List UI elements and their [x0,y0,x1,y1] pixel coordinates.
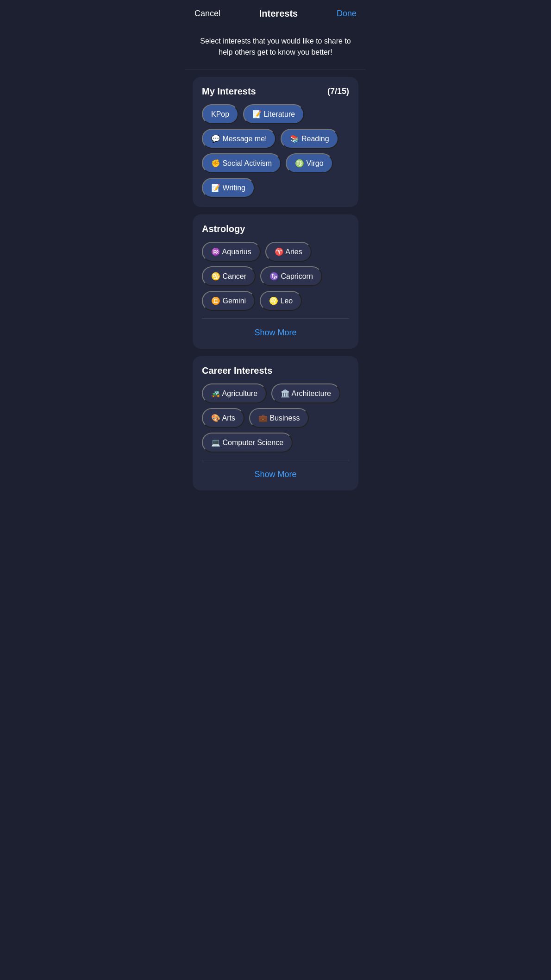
tag-business[interactable]: 💼 Business [249,408,309,428]
tag-reading[interactable]: 📚 Reading [281,129,338,149]
tag-kpop[interactable]: KPop [202,104,238,124]
my-interests-tags: KPop 📝 Literature 💬 Message me! 📚 Readin… [202,104,349,198]
tag-gemini[interactable]: ♊ Gemini [202,291,255,311]
cancel-button[interactable]: Cancel [194,9,220,19]
tag-agriculture[interactable]: 🚜 Agriculture [202,383,267,403]
astrology-show-more-button[interactable]: Show More [202,326,349,339]
tag-capricorn[interactable]: ♑ Capricorn [260,266,322,286]
my-interests-title: My Interests [202,86,256,97]
tag-message-me[interactable]: 💬 Message me! [202,129,276,149]
my-interests-count: (7/15) [327,87,349,96]
subtitle-section: Select interests that you would like to … [185,26,366,69]
sections-container: My Interests (7/15) KPop 📝 Literature 💬 … [185,69,366,498]
tag-social-activism[interactable]: ✊ Social Activism [202,153,281,173]
tag-cancer[interactable]: ♋ Cancer [202,266,256,286]
my-interests-header: My Interests (7/15) [202,86,349,97]
page-title: Interests [259,8,298,19]
tag-computer-science[interactable]: 💻 Computer Science [202,433,293,452]
header: Cancel Interests Done [185,0,366,26]
tag-arts[interactable]: 🎨 Arts [202,408,244,428]
career-interests-show-more-button[interactable]: Show More [202,468,349,481]
career-interests-divider [202,460,349,460]
tag-aquarius[interactable]: ♒ Aquarius [202,242,261,262]
astrology-title: Astrology [202,224,245,234]
subtitle-text: Select interests that you would like to … [199,36,352,58]
tag-architecture[interactable]: 🏛️ Architecture [271,383,340,403]
career-interests-title: Career Interests [202,365,272,376]
tag-virgo[interactable]: ♍ Virgo [286,153,333,173]
astrology-tags: ♒ Aquarius ♈ Aries ♋ Cancer ♑ Capricorn … [202,242,349,311]
my-interests-card: My Interests (7/15) KPop 📝 Literature 💬 … [193,77,358,207]
astrology-divider [202,318,349,319]
tag-leo[interactable]: ♌ Leo [260,291,302,311]
done-button[interactable]: Done [337,9,357,19]
tag-aries[interactable]: ♈ Aries [265,242,312,262]
tag-writing[interactable]: 📝 Writing [202,178,255,198]
career-interests-header: Career Interests [202,365,349,376]
tag-literature[interactable]: 📝 Literature [243,104,304,124]
astrology-card: Astrology ♒ Aquarius ♈ Aries ♋ Cancer ♑ … [193,214,358,349]
career-interests-tags: 🚜 Agriculture 🏛️ Architecture 🎨 Arts 💼 B… [202,383,349,452]
astrology-header: Astrology [202,224,349,234]
career-interests-card: Career Interests 🚜 Agriculture 🏛️ Archit… [193,356,358,490]
